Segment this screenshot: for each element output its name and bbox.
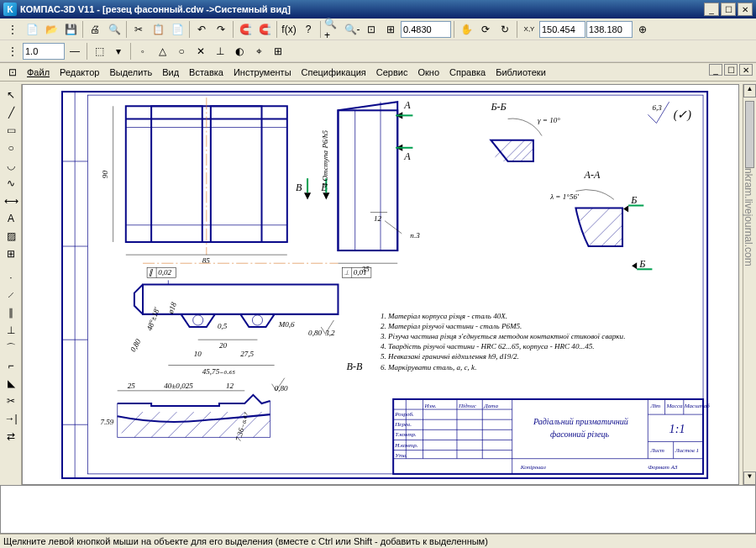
zoom-out-button[interactable]: 🔍-	[343, 20, 361, 39]
svg-text:1.  Матеріал корпуса різця - с: 1. Матеріал корпуса різця - сталь 40Х.	[381, 312, 507, 320]
scale-combo[interactable]	[23, 43, 65, 60]
vertical-scrollbar[interactable]: ▲ ▼	[743, 84, 756, 485]
open-button[interactable]: 📂	[42, 20, 60, 39]
svg-text:6,3: 6,3	[652, 103, 662, 112]
trim-tool[interactable]: ✂	[2, 393, 20, 409]
menu-insert[interactable]: Вставка	[184, 66, 228, 79]
snap-perp-button[interactable]: ⊥	[211, 42, 229, 61]
separator	[276, 21, 277, 38]
rotate-button[interactable]: ⟳	[476, 20, 495, 39]
snap-mid-button[interactable]: △	[153, 42, 171, 61]
coord-y-field[interactable]	[586, 21, 633, 38]
perp-tool[interactable]: ⊥	[2, 322, 20, 339]
command-panel[interactable]	[0, 485, 756, 534]
print-button[interactable]: 🖨	[86, 20, 104, 39]
scroll-down-arrow[interactable]: ▼	[743, 472, 756, 485]
menu-select[interactable]: Выделить	[104, 66, 157, 79]
linetype-button[interactable]: —	[66, 42, 84, 61]
svg-text:0,80: 0,80	[129, 337, 143, 353]
scroll-thumb[interactable]	[745, 101, 754, 168]
new-button[interactable]: 📄	[23, 20, 41, 39]
zoom-fit-button[interactable]: ⊞	[381, 20, 400, 39]
menu-service[interactable]: Сервис	[371, 66, 413, 79]
preview-button[interactable]: 🔍	[105, 20, 123, 39]
svg-text:6.  Маркірувати сталь, a, c, k: 6. Маркірувати сталь, a, c, k.	[381, 363, 476, 371]
menu-tools[interactable]: Инструменты	[228, 66, 297, 79]
snap-int-button[interactable]: ✕	[192, 42, 210, 61]
control-menu-icon[interactable]: ⊡	[3, 63, 22, 82]
svg-rect-12	[151, 106, 202, 242]
redo-button[interactable]: ↷	[212, 20, 230, 39]
menu-file[interactable]: Файл	[22, 66, 55, 79]
mdi-minimize[interactable]: _	[709, 64, 722, 76]
close-button[interactable]: ✕	[738, 3, 753, 16]
circle-tool[interactable]: ○	[2, 140, 20, 156]
drawing-canvas[interactable]: 90 85 В A A В 35 12 n.3 4 Отступа P6/h5	[22, 84, 739, 485]
pan-button[interactable]: ✋	[457, 20, 475, 39]
menu-libs[interactable]: Библиотеки	[491, 66, 551, 79]
copy-button[interactable]: 📋	[149, 20, 167, 39]
layer-dropdown[interactable]: ▾	[109, 42, 128, 61]
svg-line-42	[512, 140, 533, 161]
fx-button[interactable]: f(x)	[280, 20, 298, 39]
zoom-combo[interactable]	[401, 21, 451, 38]
spline-tool[interactable]: ∿	[2, 175, 20, 192]
svg-line-41	[504, 140, 525, 161]
snap-grid-button[interactable]: ⊞	[269, 42, 287, 61]
svg-line-85	[186, 412, 211, 437]
svg-text:Утв.: Утв.	[395, 452, 407, 459]
mdi-close[interactable]: ✕	[739, 64, 753, 76]
mirror-tool[interactable]: ⇄	[2, 428, 20, 445]
svg-text:Б: Б	[638, 258, 645, 270]
svg-text:Літ: Літ	[649, 403, 660, 409]
chamfer-tool[interactable]: ◣	[2, 375, 20, 392]
point-tool[interactable]: ·	[2, 269, 20, 286]
hatch-tool[interactable]: ▨	[2, 228, 20, 245]
restore-button[interactable]: ☐	[721, 3, 736, 16]
scroll-up-arrow[interactable]: ▲	[743, 84, 756, 97]
refresh-button[interactable]: ↻	[496, 20, 514, 39]
menu-window[interactable]: Окно	[412, 66, 444, 79]
minimize-button[interactable]: _	[704, 3, 719, 16]
status-hint: Щелкните левой кнопкой мыши на объекте д…	[3, 536, 488, 546]
pointer-tool[interactable]: ↖	[2, 87, 20, 103]
extend-tool[interactable]: →|	[2, 410, 20, 427]
menu-help[interactable]: Справка	[444, 66, 491, 79]
dim-tool[interactable]: ⟷	[2, 192, 20, 209]
help-button[interactable]: ?	[299, 20, 318, 39]
text-tool[interactable]: A	[2, 210, 20, 227]
table-tool[interactable]: ⊞	[2, 245, 20, 262]
svg-text:3,2: 3,2	[324, 329, 335, 337]
svg-text:0,5: 0,5	[218, 322, 228, 330]
magnet-off-icon[interactable]: 🧲	[255, 20, 274, 39]
svg-text:3.  Різуча частина різця з'єдн: 3. Різуча частина різця з'єднується мето…	[380, 332, 625, 340]
coord-x-field[interactable]	[539, 21, 585, 38]
menu-spec[interactable]: Спецификация	[297, 66, 371, 79]
snap-near-button[interactable]: ⌖	[249, 42, 268, 61]
snap-end-button[interactable]: ◦	[134, 42, 152, 61]
tangent-tool[interactable]: ⌒	[2, 340, 20, 356]
mdi-restore[interactable]: ☐	[724, 64, 738, 76]
target-icon[interactable]: ⊕	[633, 20, 652, 39]
snap-center-button[interactable]: ○	[172, 42, 191, 61]
parallel-tool[interactable]: ∥	[2, 304, 20, 321]
svg-text:1:1: 1:1	[669, 422, 685, 435]
aux-line-tool[interactable]: ⟋	[2, 287, 20, 303]
layers-button[interactable]: ⬚	[90, 42, 108, 61]
fillet-tool[interactable]: ⌐	[2, 357, 20, 374]
mdi-buttons: _ ☐ ✕	[709, 64, 753, 76]
magnet-on-icon[interactable]: 🧲	[236, 20, 255, 39]
zoom-in-button[interactable]: 🔍+	[323, 20, 342, 39]
snap-tan-button[interactable]: ◐	[230, 42, 249, 61]
cut-button[interactable]: ✂	[129, 20, 148, 39]
undo-button[interactable]: ↶	[192, 20, 211, 39]
menu-editor[interactable]: Редактор	[55, 66, 104, 79]
menu-view[interactable]: Вид	[157, 66, 184, 79]
save-button[interactable]: 💾	[61, 20, 80, 39]
paste-button[interactable]: 📄	[168, 20, 186, 39]
rect-tool[interactable]: ▭	[2, 122, 20, 139]
arc-tool[interactable]: ◡	[2, 157, 20, 174]
toolbar-secondary: ⋮ — ⬚ ▾ ◦ △ ○ ✕ ⊥ ◐ ⌖ ⊞	[0, 40, 756, 62]
line-tool[interactable]: ╱	[2, 104, 20, 121]
zoom-window-button[interactable]: ⊡	[362, 20, 381, 39]
